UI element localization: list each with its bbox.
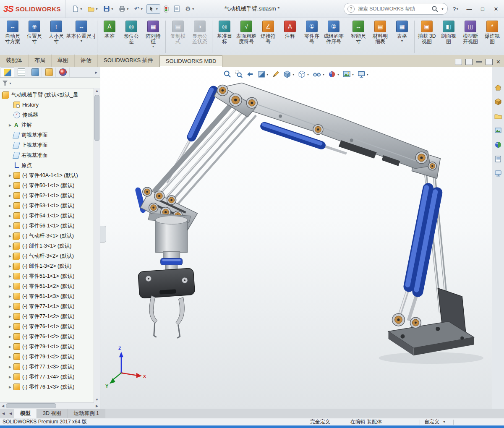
undo-button[interactable]: ↶ ▼ bbox=[133, 4, 145, 14]
file-explorer-button[interactable] bbox=[494, 112, 503, 121]
expand-arrow-icon[interactable]: ▶ bbox=[8, 284, 13, 288]
tree-item[interactable]: ▶(-) 零件79-1<2> (默认) bbox=[0, 352, 94, 362]
annotation-pencil-button[interactable] bbox=[271, 69, 281, 79]
tree-item[interactable]: ▶(-) 零件76-1<2> (默认) bbox=[0, 331, 94, 342]
bill-of-materials-button[interactable]: ▤材料明细表 bbox=[369, 19, 391, 55]
zoom-fit-button[interactable] bbox=[222, 69, 232, 79]
command-tab[interactable]: 草图 bbox=[52, 55, 75, 67]
tree-horizontal-scrollbar[interactable]: ◀ ▶ bbox=[0, 402, 100, 409]
minimize-button[interactable]: — bbox=[464, 4, 475, 14]
panel-splitter-handle[interactable] bbox=[100, 226, 106, 243]
minimize-document-icon[interactable] bbox=[476, 61, 482, 63]
close-document-icon[interactable]: ✕ bbox=[496, 59, 501, 65]
basic-location-dimension-button[interactable]: ↔基本位置尺寸▼ bbox=[67, 19, 96, 55]
status-custom[interactable]: 自定义 bbox=[424, 418, 439, 425]
tree-item[interactable]: ▶(-) 零件76-1<3> (默认) bbox=[0, 382, 94, 392]
expand-arrow-icon[interactable]: ▶ bbox=[8, 315, 13, 318]
configurationmanager-tab[interactable] bbox=[29, 68, 42, 77]
model-break-view-button[interactable]: ◫模型断开视图 bbox=[460, 19, 481, 55]
tree-item[interactable]: ▶(-) 零件51-1<2> (默认) bbox=[0, 281, 94, 291]
close-button[interactable]: ✕ bbox=[491, 4, 501, 14]
auto-balloon-button[interactable]: ②成组的零件序号 bbox=[323, 19, 345, 55]
expand-arrow-icon[interactable]: ▶ bbox=[8, 355, 13, 359]
print-button[interactable]: ▼ bbox=[117, 4, 131, 13]
view-orientation-button[interactable]: ▼ bbox=[282, 69, 296, 79]
apply-scene-button[interactable]: ▼ bbox=[342, 69, 355, 79]
tree-vertical-scrollbar[interactable]: ▲ ▼ bbox=[94, 88, 100, 403]
tree-item[interactable]: ▶(-) 零件79-1<1> (默认) bbox=[0, 342, 94, 352]
expand-arrow-icon[interactable]: ▶ bbox=[8, 264, 13, 268]
search-icon[interactable] bbox=[431, 5, 439, 13]
hide-show-items-button[interactable]: ▼ bbox=[312, 69, 326, 79]
expand-arrow-icon[interactable]: ▶ bbox=[8, 274, 13, 278]
doc-tab[interactable]: 运动算例 1 bbox=[68, 409, 105, 418]
help-button[interactable]: ?▼ bbox=[450, 4, 461, 14]
datum-target-button[interactable]: ◎基准目标 bbox=[214, 19, 235, 55]
help-search-box[interactable]: ? ▼ bbox=[344, 3, 448, 15]
weld-symbol-button[interactable]: ∠焊接符号 bbox=[257, 19, 279, 55]
expand-arrow-icon[interactable]: ▶ bbox=[8, 254, 13, 258]
vertical-scroll-thumb[interactable] bbox=[94, 95, 99, 141]
pattern-feature-button[interactable]: ▦阵列特征▼ bbox=[142, 19, 164, 55]
open-button[interactable]: ▼ bbox=[86, 4, 100, 13]
tree-item[interactable]: ▶(-) 部件1-3<2> (默认) bbox=[0, 261, 94, 271]
status-custom-caret[interactable]: ▼ bbox=[443, 420, 446, 423]
filter-caret[interactable]: ▼ bbox=[9, 82, 12, 85]
expand-arrow-icon[interactable]: ▶ bbox=[8, 184, 13, 188]
dimxpertmanager-tab[interactable] bbox=[43, 68, 56, 77]
expand-arrow-icon[interactable]: ▶ bbox=[8, 123, 13, 127]
expand-arrow-icon[interactable]: ▶ bbox=[8, 214, 13, 218]
tree-root-item[interactable]: 气动机械手臂 (默认<默认_显 bbox=[0, 90, 94, 100]
expand-arrow-icon[interactable]: ▶ bbox=[8, 375, 13, 379]
search-input[interactable] bbox=[357, 5, 429, 12]
smart-dimension-button[interactable]: ↔智能尺寸 bbox=[347, 19, 369, 55]
maximize-button[interactable]: □ bbox=[477, 4, 488, 14]
expand-arrow-icon[interactable]: ▶ bbox=[8, 325, 13, 329]
design-library-button[interactable] bbox=[494, 97, 503, 107]
search-scope-caret[interactable]: ▼ bbox=[441, 8, 444, 10]
tree-item[interactable]: ▶(-) 零件76-1<1> (默认) bbox=[0, 321, 94, 331]
custom-properties-button[interactable] bbox=[494, 154, 503, 164]
pneumatic-arm-3d-model[interactable]: Z X Y bbox=[100, 67, 492, 409]
tree-item[interactable]: 前视基准面 bbox=[0, 130, 94, 140]
tree-item[interactable]: ▶(-) 气动杆-3<2> (默认) bbox=[0, 251, 94, 261]
zoom-area-button[interactable] bbox=[234, 69, 244, 79]
tree-item[interactable]: ▶(-) 气动杆-3<1> (默认) bbox=[0, 231, 94, 241]
expand-arrow-icon[interactable]: ▶ bbox=[8, 204, 13, 208]
scroll-down-icon[interactable]: ▼ bbox=[95, 397, 99, 403]
tree-item[interactable]: 原点 bbox=[0, 160, 94, 170]
section-view-button[interactable]: ▼ bbox=[256, 69, 270, 79]
datum-button[interactable]: A基准 bbox=[99, 19, 120, 55]
pane-expand-chevron-icon[interactable]: ▸ bbox=[95, 70, 100, 75]
tree-item[interactable]: History bbox=[0, 100, 94, 110]
scroll-right-icon[interactable]: ▶ bbox=[94, 404, 100, 408]
tab-scroll-left-icon[interactable]: ◀ bbox=[0, 409, 7, 418]
home-button[interactable] bbox=[494, 83, 503, 92]
filter-funnel-icon[interactable] bbox=[3, 81, 8, 86]
file-properties-button[interactable] bbox=[172, 4, 182, 13]
tree-item[interactable]: ▶(-) 零件52-1<1> (默认) bbox=[0, 191, 94, 201]
pane-right-icon[interactable] bbox=[465, 59, 473, 65]
section-view-button[interactable]: ◧剖面视图 bbox=[438, 19, 460, 55]
restore-document-icon[interactable] bbox=[486, 59, 493, 65]
tree-item[interactable]: ▶(-) 零件51-1<3> (默认) bbox=[0, 291, 94, 301]
tree-item[interactable]: ▶注解 bbox=[0, 120, 94, 130]
command-tab[interactable]: 布局 bbox=[29, 55, 52, 67]
expand-arrow-icon[interactable]: ▶ bbox=[8, 345, 13, 349]
propertymanager-tab[interactable] bbox=[15, 68, 28, 77]
tree-item[interactable]: ▶(-) 零件77-1<4> (默认) bbox=[0, 372, 94, 382]
select-tool-button[interactable]: ▼ bbox=[146, 4, 160, 14]
expand-arrow-icon[interactable]: ▶ bbox=[8, 305, 13, 308]
displaymanager-tab[interactable] bbox=[57, 68, 70, 77]
featuremanager-tab[interactable] bbox=[1, 68, 14, 77]
view-palette-button[interactable] bbox=[494, 126, 503, 135]
tree-item[interactable]: ▶(-) 零件77-1<1> (默认) bbox=[0, 301, 94, 311]
command-tab[interactable]: SOLIDWORKS 插件 bbox=[98, 55, 159, 67]
expand-arrow-icon[interactable]: ▶ bbox=[8, 244, 13, 248]
expand-arrow-icon[interactable]: ▶ bbox=[8, 234, 13, 238]
expand-arrow-icon[interactable]: ▶ bbox=[8, 385, 13, 389]
note-button[interactable]: A注释 bbox=[279, 19, 301, 55]
auto-dimension-scheme-button[interactable]: ↔自动尺寸方案 bbox=[2, 19, 24, 55]
expand-arrow-icon[interactable]: ▶ bbox=[8, 174, 13, 177]
command-tab[interactable]: 评估 bbox=[75, 55, 98, 67]
